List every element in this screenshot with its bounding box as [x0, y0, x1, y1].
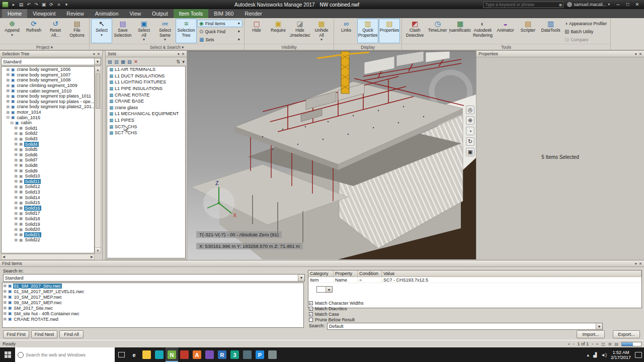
file-item[interactable]: ⊞ ▣ SM_site hut - 40ft Container.nwc [3, 311, 303, 316]
file-item[interactable]: ⊞ ▣ 01_SM_2017_MEP_LEVEL01.nwc [3, 289, 303, 294]
chevron-down-icon[interactable]: ▼ [326, 287, 332, 292]
tree-expander-icon[interactable]: ⊞ [14, 152, 18, 157]
navigation-tool-icon[interactable]: ▣ [466, 148, 474, 156]
ribbon-tab[interactable]: Animation [90, 9, 124, 18]
tree-expander-icon[interactable]: ⊞ [14, 137, 18, 141]
navigation-tool-icon[interactable]: ↻ [466, 137, 474, 146]
tree-item[interactable]: ⊞ ▣ Solid12 [2, 184, 94, 190]
taskbar-app-icon[interactable]: P [254, 347, 266, 362]
tree-expander-icon[interactable]: ⊞ [3, 306, 7, 310]
tree-item[interactable]: ⊞ ▣ crane body segment_1007 [2, 72, 94, 78]
tree-expander-icon[interactable]: ⊟ [10, 121, 14, 125]
taskbar-clock[interactable]: 1:52 AM 2/17/2017 [611, 350, 631, 360]
tree-item[interactable]: ⊞ ▣ Solid8 [2, 163, 94, 168]
tree-item[interactable]: ⊞ ▣ Solid6 [2, 152, 94, 158]
ribbon-button[interactable]: ◩ Clash Detective [404, 19, 426, 43]
tree-item[interactable]: ⊞ ▣ crane body segment top plates - ope.… [2, 99, 94, 105]
checkbox[interactable]: ✓ [309, 307, 313, 311]
tree-expander-icon[interactable]: ⊞ [3, 317, 7, 321]
search-mode-combo[interactable]: Default ▼ [327, 323, 603, 330]
ribbon-tab[interactable]: Output [146, 9, 174, 18]
match-option[interactable]: Prune Below Result [309, 317, 364, 322]
tree-item[interactable]: ⊞ ▣ Solid14 [2, 195, 94, 200]
ribbon-tab[interactable]: Review [61, 9, 89, 18]
checkbox[interactable] [309, 318, 313, 322]
tree-item[interactable]: ⊞ ▣ Solid15 [2, 200, 94, 206]
find-next-button[interactable]: Find Next [31, 330, 57, 338]
qat-icon[interactable]: ≡ [56, 2, 62, 7]
ribbon-small-button[interactable]: ⊙ Quick Find ▼ [197, 28, 243, 35]
sets-sort-icon[interactable]: ⇅ [176, 59, 180, 64]
tree-item[interactable]: ⊞ ▣ crane cabin segment_1010 [2, 88, 94, 94]
qat-icon[interactable]: ▣ [41, 2, 47, 7]
navigation-tool-icon[interactable]: ◎ [466, 106, 474, 114]
ribbon-tab[interactable]: BIM 360 [208, 9, 239, 18]
start-button[interactable] [0, 347, 15, 362]
ribbon-button[interactable]: ▣ Select All ▼ [133, 19, 154, 43]
close-icon[interactable]: ✕ [639, 261, 642, 266]
column-header[interactable]: Property [334, 270, 358, 277]
ribbon-small-button[interactable]: ◑ Appearance Profiler [562, 20, 609, 27]
tree-expander-icon[interactable]: ⊞ [3, 289, 7, 294]
tree-item[interactable]: ⊞ ▣ crane body segment top plates2_101..… [2, 104, 94, 110]
next-sheet-icon[interactable]: › [592, 342, 593, 346]
tree-expander-icon[interactable]: ⊞ [6, 110, 10, 115]
tree-item[interactable]: ⊞ ▣ Solid17 [2, 211, 94, 216]
sets-list[interactable]: ▦ L1 AIR TERMINALS ▦ L1 DUCT INSULATIONS… [107, 66, 186, 258]
tree-expander-icon[interactable]: ⊞ [14, 185, 18, 189]
set-item[interactable]: ▦ CRANE BASE [107, 98, 185, 105]
tree-item[interactable]: ⊞ ▣ Solid9 [2, 168, 94, 173]
viewport-3d[interactable]: Z X T(-321-V(-7) - 00 - Absolute Zero (9… [187, 51, 476, 260]
ribbon-button[interactable]: ≡ Selection Tree ▼ [176, 19, 197, 43]
ribbon-small-button[interactable]: ▧ Batch Utility [562, 28, 609, 35]
taskbar-app-icon[interactable] [153, 347, 166, 362]
ribbon-button[interactable]: ◐ Autodesk Rendering [471, 19, 494, 43]
ribbon-button[interactable]: ▤ Scripter [517, 19, 539, 43]
set-item[interactable]: ▦ SC7 - CHS [107, 123, 185, 130]
tree-item[interactable]: ⊞ ▣ Solid13 [2, 190, 94, 195]
set-item[interactable]: ▦ L1 PIPE INSULATIONS [107, 85, 185, 92]
tree-expander-icon[interactable]: ⊞ [14, 168, 18, 173]
tree-expander-icon[interactable]: ⊞ [14, 195, 18, 200]
selection-tree-list[interactable]: ⊞ ▣ crane body segment_1006 ⊞ ▣ crane bo… [1, 66, 95, 253]
column-header[interactable]: Value [382, 270, 641, 277]
match-option[interactable]: ✓ Match Character Widths [309, 300, 364, 306]
tree-expander-icon[interactable]: ⊞ [14, 163, 18, 167]
sets-toolbar-icon[interactable]: ▤ [108, 59, 112, 64]
ribbon-button[interactable]: ▢ Hide ▼ [246, 19, 267, 43]
taskbar-app-icon[interactable]: 3 [228, 347, 241, 362]
close-icon[interactable]: ✕ [639, 52, 642, 56]
condition-row[interactable]: Item Name = SC7 - CHS193.7x12.5 [308, 277, 641, 283]
sets-sort-icon[interactable]: ▾ [182, 59, 185, 64]
tree-expander-icon[interactable]: ⊞ [14, 222, 18, 226]
tree-item[interactable]: ⊞ ▣ Solid1 [2, 126, 94, 131]
taskbar-app-icon[interactable]: e [128, 347, 140, 362]
maximize-button[interactable]: □ [623, 2, 632, 7]
taskbar-search-box[interactable] [15, 347, 115, 362]
ribbon-button[interactable]: ↺ Reset All... ▼ [45, 19, 66, 43]
ribbon-button[interactable]: ▤ File Options ▼ [66, 19, 88, 43]
set-item[interactable]: ▦ SC7 - CHS [107, 130, 185, 136]
tree-expander-icon[interactable]: ⊞ [3, 300, 7, 305]
taskbar-app-icon[interactable] [241, 347, 254, 362]
tree-expander-icon[interactable]: ⊞ [14, 216, 18, 221]
taskbar-app-icon[interactable]: R [216, 347, 228, 362]
ribbon-button[interactable]: ∞ Links ▼ [336, 19, 357, 43]
taskbar-app-icon[interactable] [140, 347, 153, 362]
file-item[interactable]: ⊞ ▣ CRANE ROTATE.nwd [3, 316, 303, 322]
tree-item[interactable]: ⊞ ▣ Solid21 [2, 232, 94, 237]
help-search-box[interactable]: ◉ [483, 2, 564, 8]
panel-menu-icon[interactable]: ▾ [635, 261, 637, 266]
file-item[interactable]: ⊞ ▣ SM_2017_Site.nwc [3, 305, 303, 311]
tree-expander-icon[interactable]: ⊞ [14, 179, 18, 184]
volume-icon[interactable]: ◄) [601, 352, 607, 357]
tree-expander-icon[interactable]: ⊞ [6, 78, 10, 82]
help-search-input[interactable] [484, 2, 558, 7]
chevron-down-icon[interactable]: ▼ [298, 275, 304, 281]
qat-icon[interactable]: ▾ [63, 2, 69, 7]
tree-expander-icon[interactable]: ⊞ [14, 206, 18, 210]
ribbon-group-label[interactable]: Project ▾ [0, 44, 89, 50]
tree-expander-icon[interactable]: ⊞ [14, 201, 18, 205]
tree-item[interactable]: ⊞ ▣ crane body segment_1008 [2, 77, 94, 83]
last-sheet-icon[interactable]: » [596, 342, 598, 346]
